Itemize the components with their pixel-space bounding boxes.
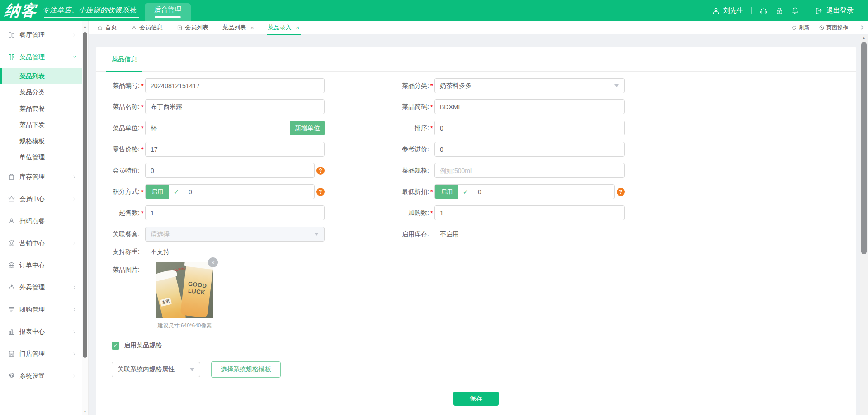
discount-check-icon[interactable]: ✓ xyxy=(458,185,473,199)
tab-dish-info[interactable]: 菜品信息 xyxy=(112,47,137,72)
help-icon[interactable]: ? xyxy=(617,188,625,196)
chevron-right-icon xyxy=(72,241,77,246)
expand-chevron-icon[interactable] xyxy=(859,24,865,31)
sidebar-item-label: 餐厅管理 xyxy=(19,31,45,39)
sidebar-item-takeout[interactable]: 外卖管理 xyxy=(0,276,82,298)
discount-enable-button[interactable]: 启用 xyxy=(435,185,458,199)
report-chart-icon xyxy=(8,328,15,336)
scroll-up-arrow[interactable]: ▲ xyxy=(82,25,88,28)
scroll-down-arrow[interactable]: ▼ xyxy=(82,410,88,413)
add-qty-input[interactable] xyxy=(434,205,625,220)
sidebar-subitem-unit-mgmt[interactable]: 单位管理 xyxy=(0,149,82,166)
dish-spec-label: 菜品规格: xyxy=(385,167,429,175)
tab-member-list[interactable]: 会员列表 xyxy=(177,21,208,34)
tab-member-info[interactable]: 会员信息 xyxy=(131,21,163,34)
add-unit-button[interactable]: 新增单位 xyxy=(290,121,325,135)
points-value[interactable]: 0 xyxy=(184,185,314,199)
sidebar-scrollbar-thumb[interactable] xyxy=(83,32,87,358)
dish-category-value: 奶茶料多多 xyxy=(440,82,472,90)
ref-price-input[interactable] xyxy=(434,142,625,157)
subitem-label: 规格模板 xyxy=(19,137,45,145)
tab-close-icon[interactable]: × xyxy=(250,25,254,31)
refresh-button[interactable]: 刷新 xyxy=(791,24,810,32)
sidebar-subitem-dish-category[interactable]: 菜品分类 xyxy=(0,84,82,101)
tab-close-icon[interactable]: × xyxy=(296,25,300,31)
user-menu[interactable]: 刘先生 xyxy=(712,6,744,15)
dish-image-thumbnail[interactable]: MiuMiuBaby 古茗 GOOD xyxy=(156,262,213,318)
sidebar-item-settings[interactable]: 系统设置 xyxy=(0,365,82,387)
main-area: 首页 会员信息 会员列表 菜品列表 × 菜品录入 × 刷新 xyxy=(89,21,868,415)
dish-name-label: 菜品名称: xyxy=(96,103,140,111)
card-tab-header: 菜品信息 xyxy=(96,47,856,72)
dish-category-select[interactable]: 奶茶料多多 xyxy=(434,78,625,93)
sidebar-item-groupbuy[interactable]: 团购管理 xyxy=(0,298,82,321)
scroll-up-arrow[interactable]: ▲ xyxy=(860,36,868,40)
member-crown-icon xyxy=(8,195,15,203)
sidebar-item-marketing[interactable]: 营销中心 xyxy=(0,232,82,254)
cup-text: GOOD LUCK xyxy=(183,280,211,297)
spec-attr-select[interactable]: 关联系统内规格属性 xyxy=(112,362,200,377)
sort-input[interactable] xyxy=(434,121,625,135)
points-enable-button[interactable]: 启用 xyxy=(146,185,169,199)
sidebar-item-dish-mgmt[interactable]: 菜品管理 xyxy=(0,46,82,68)
image-size-hint: 建议尺寸:640*640像素 xyxy=(156,322,213,330)
tab-label: 会员信息 xyxy=(139,23,163,32)
points-check-icon[interactable]: ✓ xyxy=(169,185,184,199)
sidebar-item-member-center[interactable]: 会员中心 xyxy=(0,188,82,210)
page-tab-bar: 首页 会员信息 会员列表 菜品列表 × 菜品录入 × 刷新 xyxy=(89,21,868,34)
sidebar-subitem-dish-combo[interactable]: 菜品套餐 xyxy=(0,101,82,117)
tab-dish-list[interactable]: 菜品列表 × xyxy=(222,21,254,34)
sidebar-item-label: 外卖管理 xyxy=(19,284,45,292)
member-price-input[interactable] xyxy=(145,163,315,178)
weighing-value: 不支持 xyxy=(145,248,170,256)
lock-icon[interactable] xyxy=(775,7,783,15)
sidebar-item-restaurant-mgmt[interactable]: 餐厅管理 xyxy=(0,24,82,46)
sidebar-item-inventory[interactable]: 库存管理 xyxy=(0,166,82,188)
dish-icon xyxy=(8,53,15,61)
tab-home[interactable]: 首页 xyxy=(97,21,117,34)
min-sale-input[interactable] xyxy=(145,205,325,220)
help-icon[interactable]: ? xyxy=(316,188,325,196)
meal-box-select[interactable]: 请选择 xyxy=(145,227,325,242)
header-right-cluster: 刘先生 退出登录 xyxy=(712,6,868,15)
dish-name-input[interactable] xyxy=(145,99,325,114)
dish-no-input[interactable] xyxy=(145,78,325,93)
sidebar-subitem-dish-dispatch[interactable]: 菜品下发 xyxy=(0,117,82,133)
page-operations-button[interactable]: 页面操作 xyxy=(819,24,848,32)
retail-price-input[interactable] xyxy=(145,142,325,157)
points-mode-label: 积分方式: xyxy=(96,188,140,196)
choose-spec-template-button[interactable]: 选择系统规格模板 xyxy=(211,361,281,378)
notification-bell-icon[interactable] xyxy=(791,7,799,15)
sidebar-subitem-dish-list[interactable]: 菜品列表 xyxy=(0,68,82,84)
remove-image-button[interactable]: × xyxy=(208,257,218,267)
chevron-right-icon xyxy=(72,285,77,290)
tab-label: 菜品录入 xyxy=(268,23,292,32)
dish-spec-input[interactable] xyxy=(434,163,625,178)
spec-attr-value: 关联系统内规格属性 xyxy=(118,365,175,373)
sidebar-item-scan-order[interactable]: 扫码点餐 xyxy=(0,210,82,232)
sidebar-scrollbar[interactable]: ▲ ▼ xyxy=(82,21,88,415)
sidebar-item-reports[interactable]: 报表中心 xyxy=(0,321,82,343)
subitem-label: 菜品下发 xyxy=(19,121,45,129)
sidebar-item-label: 营销中心 xyxy=(19,239,45,247)
sidebar-subitem-spec-template[interactable]: 规格模板 xyxy=(0,133,82,149)
dish-code-input[interactable] xyxy=(434,99,625,114)
dropdown-caret-icon xyxy=(190,368,194,371)
page-scrollbar-thumb[interactable] xyxy=(861,42,867,254)
sidebar-item-store-mgmt[interactable]: 门店管理 xyxy=(0,343,82,365)
subitem-label: 单位管理 xyxy=(19,154,45,162)
backend-admin-tab[interactable]: 后台管理 xyxy=(145,3,191,21)
page-scrollbar[interactable]: ▲ xyxy=(860,35,868,415)
user-name: 刘先生 xyxy=(723,6,744,15)
save-button[interactable]: 保存 xyxy=(453,392,499,406)
subitem-label: 菜品分类 xyxy=(19,89,45,97)
discount-value[interactable]: 0 xyxy=(473,185,614,199)
support-headset-icon[interactable] xyxy=(760,7,768,15)
section-divider xyxy=(96,354,856,354)
help-icon[interactable]: ? xyxy=(316,167,325,175)
tab-dish-entry[interactable]: 菜品录入 × xyxy=(268,21,300,34)
logout-button[interactable]: 退出登录 xyxy=(815,6,854,15)
required-marker: * xyxy=(140,125,145,132)
sidebar-item-order-center[interactable]: 订单中心 xyxy=(0,254,82,276)
enable-spec-checkbox[interactable]: ✓ xyxy=(112,342,119,350)
